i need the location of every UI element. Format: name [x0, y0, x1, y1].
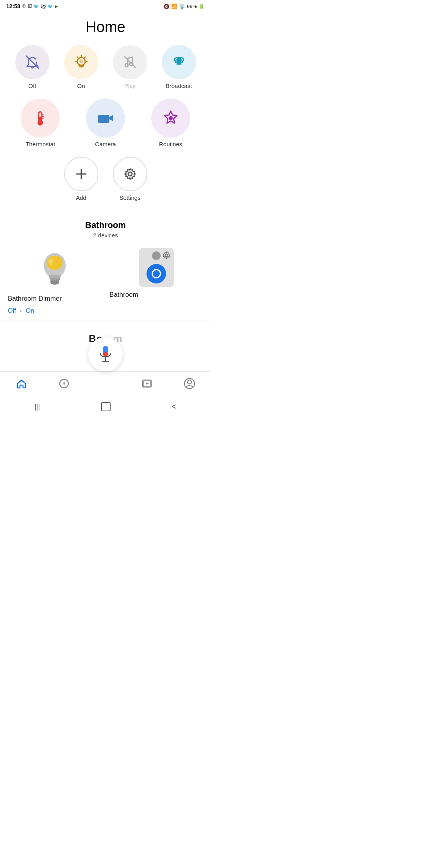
android-recent-btn[interactable]: |||: [27, 401, 48, 412]
device-row: Bathroom Dimmer Off ● On: [8, 248, 203, 314]
action-routines-label: Routines: [159, 141, 182, 147]
wifi-icon: 📶: [171, 4, 177, 9]
action-thermostat-label: Thermostat: [25, 141, 55, 147]
nav-home[interactable]: [8, 377, 35, 391]
page-title: Home: [0, 11, 211, 45]
android-nav: ||| <: [0, 395, 211, 418]
action-settings-circle: [113, 157, 147, 191]
quick-actions-row2: Thermostat Camera Routines: [0, 99, 211, 157]
svg-point-25: [128, 172, 132, 176]
music-off-icon: [122, 54, 139, 71]
notif-icon-6: ▶: [55, 4, 58, 9]
action-play[interactable]: Play: [106, 45, 154, 89]
dimmer-icon-area: [8, 248, 102, 291]
action-add-circle: [64, 157, 98, 191]
svg-point-7: [79, 59, 83, 63]
bell-off-icon: [24, 54, 41, 71]
svg-point-32: [48, 258, 53, 265]
mute-icon: 🔇: [163, 4, 170, 9]
action-off[interactable]: Off: [8, 45, 57, 89]
bulb-on-icon: [73, 54, 90, 71]
svg-marker-21: [109, 115, 113, 121]
svg-rect-20: [98, 115, 109, 123]
device-main-circle: [147, 264, 166, 283]
action-broadcast[interactable]: Broadcast: [154, 45, 203, 89]
mic-icon: [98, 344, 113, 364]
action-on-circle: [64, 45, 98, 79]
svg-point-33: [165, 254, 168, 257]
mic-container: [0, 337, 211, 371]
quick-actions-row3: Add Settings: [0, 157, 211, 210]
signal-icon: 📡: [179, 4, 185, 9]
account-icon: [184, 378, 195, 389]
android-back-btn[interactable]: <: [164, 400, 184, 413]
svg-rect-35: [103, 352, 108, 356]
svg-line-8: [125, 57, 136, 68]
plus-icon: [74, 167, 88, 181]
thermometer-icon: [31, 109, 50, 127]
status-bar: 12:58 ✆ 🖼 🐦 ⚽ 🐦 ▶ 🔇 📶 📡 96% 🔋: [0, 0, 211, 11]
dimmer-controls: Off ● On: [8, 307, 34, 314]
media-icon: [141, 378, 152, 389]
svg-point-44: [188, 380, 191, 384]
android-home-btn[interactable]: [101, 402, 111, 411]
notif-icon-4: ⚽: [41, 4, 46, 9]
dimmer-on-btn[interactable]: On: [26, 307, 34, 314]
device-gear-icon: [162, 251, 171, 261]
status-right: 🔇 📶 📡 96% 🔋: [163, 4, 205, 9]
mic-button[interactable]: [88, 337, 123, 371]
action-add[interactable]: Add: [57, 157, 106, 201]
status-separator: ●: [20, 309, 22, 313]
action-off-label: Off: [29, 82, 36, 89]
device-dimmer[interactable]: Bathroom Dimmer Off ● On: [8, 248, 102, 314]
dimmer-bulb-icon: [35, 248, 74, 291]
routines-icon: [161, 109, 180, 127]
device-small-circle: [152, 251, 161, 260]
action-routines-circle: [151, 99, 190, 138]
action-camera-label: Camera: [95, 141, 116, 147]
nav-account[interactable]: [176, 377, 203, 391]
bottom-nav: [0, 371, 211, 395]
camera-icon: [96, 109, 115, 127]
svg-rect-28: [49, 275, 61, 278]
action-camera-circle: [86, 99, 125, 138]
notif-icon-3: 🐦: [34, 4, 39, 9]
dimmer-name: Bathroom Dimmer: [8, 295, 62, 303]
room-title: Bathroom: [8, 220, 203, 230]
device-bathroom[interactable]: Bathroom: [109, 248, 203, 314]
notif-icon-1: ✆: [22, 4, 26, 9]
action-settings[interactable]: Settings: [106, 157, 154, 201]
nav-media[interactable]: [134, 377, 160, 391]
svg-rect-29: [50, 278, 60, 280]
dimmer-off-btn[interactable]: Off: [8, 307, 16, 314]
bathroom-device-box: [139, 248, 174, 287]
svg-line-3: [77, 57, 78, 58]
action-play-label: Play: [124, 82, 136, 89]
svg-line-4: [85, 57, 86, 58]
action-routines[interactable]: Routines: [138, 99, 203, 147]
section-divider: [0, 212, 211, 212]
room-device-count: 2 devices: [8, 232, 203, 239]
action-camera[interactable]: Camera: [73, 99, 138, 147]
nav-discover[interactable]: [51, 377, 77, 391]
status-left: 12:58 ✆ 🖼 🐦 ⚽ 🐦 ▶: [6, 3, 58, 9]
action-add-label: Add: [76, 194, 86, 201]
svg-point-31: [50, 281, 59, 285]
status-time: 12:58: [6, 3, 20, 9]
broadcast-icon: [170, 54, 188, 71]
action-thermostat-circle: [21, 99, 60, 138]
bathroom-section: Bathroom 2 devices: [0, 220, 211, 314]
action-on[interactable]: On: [57, 45, 106, 89]
svg-point-22: [169, 116, 173, 120]
section-divider-2: [0, 321, 211, 321]
action-on-label: On: [77, 82, 85, 89]
bathroom-device-name: Bathroom: [109, 291, 138, 299]
action-thermostat[interactable]: Thermostat: [8, 99, 73, 147]
notif-icon-5: 🐦: [48, 4, 53, 9]
action-settings-label: Settings: [119, 194, 140, 201]
bathroom-device-icon-area: [109, 248, 203, 287]
svg-marker-43: [146, 382, 149, 385]
action-broadcast-circle: [162, 45, 196, 79]
notif-icon-2: 🖼: [27, 4, 32, 9]
home-icon: [16, 378, 27, 389]
